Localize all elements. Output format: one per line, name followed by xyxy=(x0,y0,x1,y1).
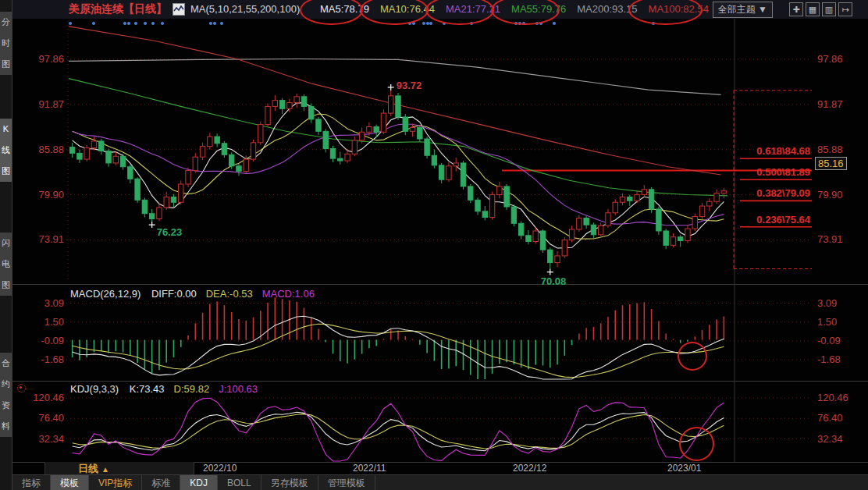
candle xyxy=(164,197,169,208)
macd-header: MACD(26,12,9) DIFF:0.00DEA:-0.53MACD:1.0… xyxy=(70,288,324,300)
candle xyxy=(635,195,639,201)
period-selector-cell xyxy=(44,462,194,474)
candle xyxy=(620,197,624,202)
event-dot xyxy=(535,22,539,25)
theme-dropdown-label: 全部主题 xyxy=(718,4,756,15)
extreme-cross-marker xyxy=(388,84,394,91)
event-dot xyxy=(144,22,147,25)
candle xyxy=(425,139,429,155)
chart-header: 美原油连续【日线】 MA(5,10,21,55,200,100) MA5:78.… xyxy=(12,0,868,19)
candle xyxy=(584,218,589,225)
event-dot xyxy=(652,22,655,25)
kdj-readout-1: D:59.82 xyxy=(174,383,210,395)
chart-type-icon[interactable] xyxy=(173,3,185,16)
candle xyxy=(215,137,219,144)
tab-指标[interactable]: 指标 xyxy=(12,475,51,490)
candle xyxy=(265,106,270,124)
tab-KDJ[interactable]: KDJ xyxy=(180,475,218,490)
tab-VIP指标[interactable]: VIP指标 xyxy=(89,475,142,490)
candle xyxy=(721,191,726,194)
candle xyxy=(504,186,509,207)
candle xyxy=(272,101,277,107)
candle xyxy=(128,167,133,179)
chart-canvas[interactable] xyxy=(0,0,868,490)
candle xyxy=(330,149,335,159)
tab-另存模板[interactable]: 另存模板 xyxy=(261,475,318,490)
kdj-header: KDJ(9,3,3) K:73.43D:59.82J:100.63 xyxy=(70,383,267,395)
candle xyxy=(352,140,357,154)
ma-readout-0: MA5:78.79 xyxy=(320,3,369,15)
tab-模板[interactable]: 模板 xyxy=(51,475,89,490)
panel-layout-icon[interactable]: ▥ xyxy=(822,2,836,16)
candle xyxy=(157,208,162,219)
candle xyxy=(99,141,104,151)
tab-标准[interactable]: 标准 xyxy=(142,475,180,490)
candle xyxy=(338,158,343,161)
macd-readout-2: MACD:1.06 xyxy=(262,288,315,300)
left-sidebar: 分 时 图K 线 图闪 电 图合 约 资 料 xyxy=(0,0,12,490)
theme-dropdown[interactable]: 全部主题 ▼ xyxy=(713,2,773,18)
candle xyxy=(707,201,712,206)
sidebar-item-2[interactable]: 闪 电 图 xyxy=(0,233,12,296)
candle xyxy=(171,197,176,202)
event-dot xyxy=(518,22,521,25)
candle xyxy=(692,217,697,229)
candle xyxy=(309,106,314,119)
tab-BOLL[interactable]: BOLL xyxy=(218,475,261,490)
event-dot xyxy=(443,22,446,25)
ma-readout-1: MA10:76.44 xyxy=(380,3,435,15)
candle xyxy=(569,229,574,240)
event-dot xyxy=(412,22,415,25)
triangle-up-icon: ▲ xyxy=(101,465,109,474)
grid-layout-icon[interactable]: ▦ xyxy=(806,2,820,16)
event-dot xyxy=(522,22,525,25)
candle xyxy=(562,240,567,256)
candle xyxy=(439,165,443,179)
candle xyxy=(649,190,653,209)
candle xyxy=(454,163,458,166)
macd-diff-line xyxy=(73,316,724,379)
ma-readout-2: MA21:77.21 xyxy=(446,3,500,15)
candle xyxy=(468,186,473,200)
candle xyxy=(461,163,465,186)
candle xyxy=(359,132,364,140)
symbol-title: 美原油连续【日线】 xyxy=(69,2,167,16)
candle xyxy=(193,157,197,170)
candle xyxy=(511,207,516,223)
candle xyxy=(410,127,414,131)
candle xyxy=(475,200,480,211)
candle xyxy=(699,206,704,217)
ma-line-ma200 xyxy=(69,59,721,95)
tab-管理模板[interactable]: 管理模板 xyxy=(318,475,375,490)
event-dot xyxy=(127,22,130,25)
kdj-readout-0: K:73.43 xyxy=(130,383,165,395)
candle xyxy=(663,231,668,245)
candle xyxy=(287,103,292,109)
pan-icon[interactable]: ✚ xyxy=(789,2,803,16)
candle xyxy=(678,237,683,241)
candle xyxy=(251,143,255,159)
candle xyxy=(301,97,306,107)
candle xyxy=(106,151,111,162)
candle xyxy=(316,119,321,131)
event-dot xyxy=(213,22,216,25)
candle xyxy=(186,171,190,184)
candle xyxy=(591,225,596,235)
candle xyxy=(396,96,400,117)
candle xyxy=(229,154,233,166)
sidebar-item-3[interactable]: 合 约 资 料 xyxy=(0,353,12,437)
candle xyxy=(533,231,538,242)
sidebar-item-1[interactable]: K 线 图 xyxy=(0,119,12,182)
event-dot xyxy=(429,22,432,25)
candle xyxy=(208,137,212,147)
exit-fullscreen-icon[interactable]: ↦ xyxy=(838,2,852,16)
sidebar-item-0[interactable]: 分 时 图 xyxy=(0,12,12,75)
chart-application: 分 时 图K 线 图闪 电 图合 约 资 料 美原油连续【日线】 MA(5,10… xyxy=(0,0,868,490)
event-dot xyxy=(470,22,473,25)
extreme-cross-marker xyxy=(149,222,155,228)
event-dot xyxy=(422,22,425,25)
candle xyxy=(69,147,74,154)
candle xyxy=(518,223,523,235)
event-dot xyxy=(92,22,95,25)
candle xyxy=(540,231,545,250)
